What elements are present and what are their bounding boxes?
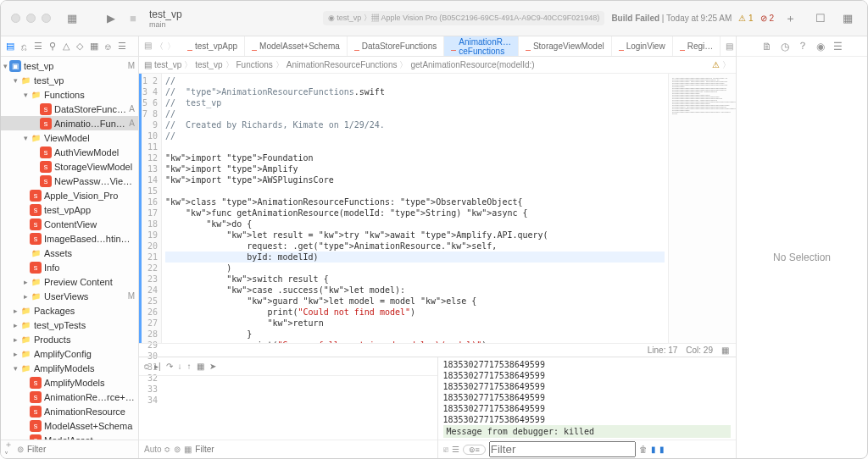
variables-filter-input[interactable]	[195, 445, 431, 454]
add-menu-icon[interactable]: ＋˅	[4, 439, 14, 459]
next-issue-icon[interactable]: 〉	[722, 59, 731, 71]
history-inspector-icon[interactable]: ◷	[781, 41, 789, 53]
tree-item[interactable]: sApple_Vision_Pro	[1, 188, 138, 202]
tree-item[interactable]: ▸📁Products	[1, 332, 138, 346]
tree-item[interactable]: stest_vpApp	[1, 202, 138, 217]
tree-item[interactable]: ▸📁test_vpTests	[1, 318, 138, 332]
project-tree[interactable]: ▾▣test_vpM▾📁test_vp▾📁FunctionssDataStore…	[1, 57, 138, 440]
find-navigator-icon[interactable]: ⚲	[49, 41, 56, 52]
editor-tab[interactable]: ⎯ModelAsset+Schema	[245, 36, 348, 56]
console-filter-input[interactable]	[489, 441, 636, 457]
jumpbar-segment[interactable]: Functions	[236, 60, 273, 69]
accessibility-inspector-icon[interactable]: ☰	[833, 41, 843, 53]
step-over-icon[interactable]: ↷	[166, 362, 173, 371]
tree-item[interactable]: ▸📁AmplifyConfig	[1, 346, 138, 361]
console-output[interactable]: 1835302771753864959918353027717538649599…	[438, 357, 737, 440]
tree-root[interactable]: ▾▣test_vpM	[1, 58, 138, 73]
tree-item[interactable]: ▸📁UserViewsM	[1, 289, 138, 303]
editor-tab[interactable]: ⎯Regi…	[673, 36, 721, 56]
minimap[interactable]: ▪▪ ▪▪▪▪▪▪▪▪▪▪▪▪▪▪▪▪▪▪▪▪▪▪▪▪▪▪▪▪▪▪▪▪▪▪▪▪ …	[668, 74, 736, 343]
issue-navigator-icon[interactable]: △	[63, 41, 70, 52]
editor-tab[interactable]: ⎯test_vpApp	[181, 36, 245, 56]
console-metadata-icon[interactable]: ☰	[452, 445, 459, 454]
tree-item[interactable]: ▾📁test_vp	[1, 73, 138, 87]
debug-navigator-icon[interactable]: ▦	[90, 41, 98, 52]
show-vars-icon[interactable]: ▮	[651, 445, 656, 454]
tree-item[interactable]: ▾📁AmplifyModels	[1, 361, 138, 375]
library-icon[interactable]: ☐	[810, 8, 832, 30]
tree-item[interactable]: sAnimationRe…rce+Schema	[1, 390, 138, 404]
console-trash-icon[interactable]: 🗑	[639, 445, 648, 454]
jumpbar-segment[interactable]: AnimationResourceFunctions	[287, 60, 398, 69]
branch-name[interactable]: main	[149, 20, 166, 29]
editor-tab[interactable]: ⎯StorageViewModel	[519, 36, 612, 56]
add-tab-icon[interactable]: ＋	[779, 8, 801, 30]
minimize-window[interactable]	[26, 14, 36, 23]
toggle-navigator-icon[interactable]: ▦	[61, 8, 83, 30]
tree-item[interactable]: sAmplifyModels	[1, 375, 138, 390]
tree-item[interactable]: sDataStoreFunctionsA	[1, 102, 138, 116]
tree-item[interactable]: sStorageViewModel	[1, 159, 138, 174]
step-into-icon[interactable]: ↓	[178, 362, 182, 371]
continue-icon[interactable]: ▸|	[154, 362, 161, 371]
adjust-editor-icon[interactable]: ▤	[726, 41, 733, 51]
breakpoint-navigator-icon[interactable]: ⎊	[105, 41, 111, 52]
zoom-window[interactable]	[42, 14, 51, 23]
stop-button[interactable]: ■	[122, 8, 144, 30]
help-inspector-icon[interactable]: ？	[798, 39, 808, 53]
console-filter-pill[interactable]: ⊚≡	[463, 445, 486, 455]
tree-item[interactable]: ▸📁Preview Content	[1, 274, 138, 289]
tree-item[interactable]: sContentView	[1, 217, 138, 231]
related-items-icon[interactable]: ▤	[144, 60, 152, 69]
bookmark-navigator-icon[interactable]: ☰	[34, 41, 42, 52]
scheme-selector[interactable]: ◉ test_vp 〉▦ Apple Vision Pro (B05C2196-…	[323, 11, 605, 25]
show-console-icon[interactable]: ▮	[659, 445, 665, 454]
console-clear-icon[interactable]: ⎚	[443, 445, 448, 454]
debug-view-icon[interactable]: ▦	[197, 362, 204, 371]
hierarchy-icon[interactable]: ▦	[184, 445, 192, 454]
tree-item[interactable]: sAnimatio…FunctionsA	[1, 116, 138, 130]
editor-tab[interactable]: ⎯AnimationR…ceFunctions	[444, 36, 519, 56]
jumpbar-segment[interactable]: test_vp	[154, 60, 181, 69]
jumpbar-warning-icon[interactable]: ⚠	[712, 60, 720, 69]
tree-item[interactable]: sModelAsset	[1, 433, 138, 440]
tree-item[interactable]: sImageBased…hting.skybox	[1, 231, 138, 246]
tree-item[interactable]: sAnimationResource	[1, 404, 138, 418]
file-inspector-icon[interactable]: 🗎	[762, 41, 772, 53]
tree-item[interactable]: sAuthViewModel	[1, 145, 138, 159]
nav-back-icon[interactable]: 〈	[155, 41, 164, 53]
nav-forward-icon[interactable]: 〉	[167, 41, 175, 53]
filter-icon[interactable]: ⊚	[17, 445, 24, 454]
tree-item[interactable]: ▾📁ViewModel	[1, 130, 138, 145]
jump-bar[interactable]: ▤test_vp〉test_vp〉Functions〉AnimationReso…	[139, 57, 736, 74]
toggle-inspector-icon[interactable]: ▦	[837, 8, 859, 30]
project-title[interactable]: test_vp	[149, 8, 182, 20]
jumpbar-segment[interactable]: test_vp	[195, 60, 222, 69]
tree-item[interactable]: 📁Assets	[1, 246, 138, 260]
report-navigator-icon[interactable]: ☰	[118, 41, 126, 52]
tree-item[interactable]: sNewPassw…ViewModel	[1, 174, 138, 188]
tree-item[interactable]: sModelAsset+Schema	[1, 418, 138, 433]
run-button[interactable]: ▶	[100, 8, 122, 30]
code-editor[interactable]: // // "type">AnimationResourceFunctions.…	[162, 74, 668, 343]
simulate-location-icon[interactable]: ➤	[209, 362, 216, 371]
editor-options-icon[interactable]: ▦	[721, 346, 729, 355]
jumpbar-segment[interactable]: getAnimationResource(modelId:)	[410, 60, 534, 69]
editor-tab[interactable]: ⎯LoginView	[612, 36, 673, 56]
warning-count[interactable]: ⚠ 1	[738, 14, 753, 23]
attributes-inspector-icon[interactable]: ◉	[816, 41, 825, 53]
step-out-icon[interactable]: ↑	[187, 362, 192, 371]
project-navigator-icon[interactable]: ▤	[6, 41, 14, 52]
test-navigator-icon[interactable]: ◇	[76, 41, 83, 52]
breakpoints-icon[interactable]: ⎊	[144, 362, 149, 371]
tree-item[interactable]: sInfo	[1, 260, 138, 274]
error-count[interactable]: ⊘ 2	[760, 14, 774, 23]
auto-scope[interactable]: Auto ≎	[144, 445, 170, 454]
scope-filter-icon[interactable]: ⊚	[174, 445, 181, 454]
source-control-navigator-icon[interactable]: ⎌	[21, 41, 27, 52]
tree-item[interactable]: ▾📁Functions	[1, 87, 138, 102]
line-gutter[interactable]: 1 2 3 4 5 6 7 8 9 10 11 12 13 14 15 16 1…	[142, 74, 162, 343]
editor-tab[interactable]: ⎯DataStoreFunctions	[348, 36, 444, 56]
tab-back-icon[interactable]: ▤	[144, 41, 152, 53]
navigator-filter-input[interactable]	[27, 445, 135, 454]
